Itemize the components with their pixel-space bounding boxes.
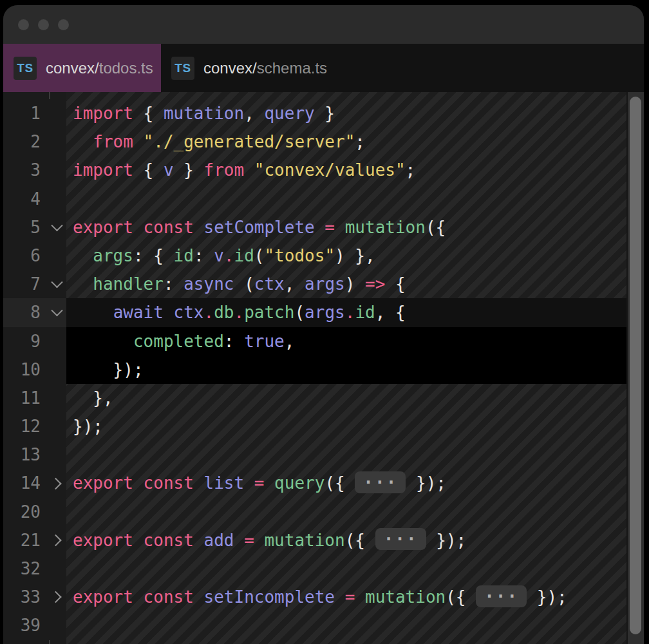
code-token: ctx — [174, 303, 204, 322]
code-text[interactable]: args: { id: v.id("todos") }, — [66, 242, 626, 270]
collapsed-code-ellipsis[interactable]: ··· — [355, 471, 406, 493]
traffic-light-close-button[interactable] — [18, 19, 29, 30]
line-number: 3 — [3, 156, 49, 184]
code-line: 21export const add = mutation({ ··· }); — [3, 526, 626, 554]
tab-file-text: todos.ts — [99, 59, 153, 77]
fold-column — [49, 412, 66, 440]
tab-bar: TS convex/todos.ts TS convex/schema.ts — [3, 44, 644, 92]
code-token: query — [264, 104, 314, 123]
code-text[interactable]: export const setIncomplete = mutation({ … — [66, 583, 626, 611]
code-text[interactable] — [66, 554, 626, 583]
code-token — [315, 218, 325, 237]
chevron-down-icon[interactable] — [51, 220, 62, 231]
code-token: . — [224, 246, 234, 265]
line-number: 5 — [3, 213, 49, 242]
code-token: ( — [234, 274, 254, 294]
code-token: { — [133, 104, 164, 123]
code-text[interactable]: export const add = mutation({ ··· }); — [66, 526, 626, 554]
code-token: export — [73, 587, 133, 607]
code-line: 1import { mutation, query } — [3, 99, 626, 128]
line-number: 32 — [3, 554, 49, 583]
code-token — [254, 531, 265, 550]
code-token: list — [204, 473, 245, 493]
code-token — [73, 274, 93, 294]
traffic-light-maximize-button[interactable] — [58, 19, 69, 30]
code-line: 20 — [3, 498, 626, 526]
chevron-down-icon[interactable] — [51, 276, 62, 288]
code-token: const — [144, 218, 194, 237]
line-number: 2 — [3, 128, 49, 156]
code-line: 12}); — [3, 412, 626, 440]
line-number: 20 — [3, 498, 49, 526]
fold-column — [49, 99, 66, 128]
fold-column — [49, 213, 66, 242]
typescript-file-icon: TS — [171, 57, 194, 80]
code-text[interactable]: from "./_generated/server"; — [66, 128, 626, 156]
code-token: ({ — [426, 218, 446, 237]
code-editor: 1import { mutation, query }2 from "./_ge… — [3, 92, 644, 644]
code-token — [194, 473, 204, 493]
collapsed-code-ellipsis[interactable]: ··· — [375, 528, 426, 550]
code-text[interactable]: }, — [66, 384, 626, 412]
code-text[interactable]: completed: true, — [66, 327, 626, 355]
code-token: v — [164, 160, 174, 180]
code-text[interactable]: import { mutation, query } — [66, 99, 626, 128]
code-token: ({ — [345, 531, 375, 550]
code-text[interactable] — [66, 611, 626, 639]
code-token — [133, 587, 144, 607]
code-token — [73, 332, 133, 351]
code-text[interactable]: export const list = query({ ··· }); — [66, 469, 626, 497]
code-line: 4 — [3, 185, 626, 213]
chevron-down-icon[interactable] — [51, 305, 62, 316]
code-token: const — [144, 473, 194, 493]
fold-column — [49, 185, 66, 213]
chevron-right-icon[interactable] — [50, 535, 61, 546]
code-token: v — [214, 246, 224, 265]
tab-convex-schema[interactable]: TS convex/schema.ts — [161, 44, 337, 92]
code-token: }); — [426, 531, 467, 550]
code-text[interactable]: import { v } from "convex/values"; — [66, 156, 626, 184]
code-token: mutation — [365, 587, 446, 607]
code-token — [73, 246, 93, 265]
code-text[interactable]: await ctx.db.patch(args.id, { — [66, 298, 626, 327]
code-text[interactable]: handler: async (ctx, args) => { — [66, 270, 626, 298]
code-text[interactable] — [66, 185, 626, 213]
chevron-right-icon[interactable] — [50, 477, 61, 489]
code-token — [133, 132, 144, 151]
code-text[interactable]: export const setComplete = mutation({ — [66, 213, 626, 242]
code-token: ; — [355, 132, 365, 151]
fold-column — [49, 526, 66, 554]
code-line: 33export const setIncomplete = mutation(… — [3, 583, 626, 611]
code-line: 39 — [3, 611, 626, 639]
code-line: 3import { v } from "convex/values"; — [3, 156, 626, 184]
line-number: 1 — [3, 99, 49, 128]
code-token — [133, 531, 144, 550]
traffic-light-minimize-button[interactable] — [38, 19, 49, 30]
code-token: await — [113, 303, 164, 322]
code-token: "./_generated/server" — [144, 132, 355, 151]
code-token: . — [345, 303, 355, 322]
fold-column — [49, 469, 66, 497]
line-number: 14 — [3, 469, 49, 497]
collapsed-code-ellipsis[interactable]: ··· — [476, 585, 527, 607]
line-number: 7 — [3, 270, 49, 298]
fold-column — [49, 327, 66, 355]
code-token: export — [73, 473, 133, 493]
code-token: import — [73, 104, 133, 123]
code-text[interactable]: }); — [66, 355, 626, 384]
code-text[interactable] — [66, 498, 626, 526]
code-token — [194, 531, 204, 550]
scrollbar-thumb[interactable] — [630, 97, 641, 634]
code-token: "todos" — [264, 246, 335, 265]
code-line: 32 — [3, 554, 626, 583]
fold-column — [49, 298, 66, 327]
tab-convex-todos[interactable]: TS convex/todos.ts — [3, 44, 161, 92]
code-text[interactable]: }); — [66, 412, 626, 440]
chevron-right-icon[interactable] — [50, 591, 61, 603]
code-token: patch — [244, 303, 294, 322]
code-token: completed — [133, 332, 224, 351]
vertical-scrollbar[interactable] — [626, 92, 644, 644]
code-token: }); — [73, 360, 144, 379]
line-number: 11 — [3, 384, 49, 412]
code-text[interactable] — [66, 440, 626, 469]
